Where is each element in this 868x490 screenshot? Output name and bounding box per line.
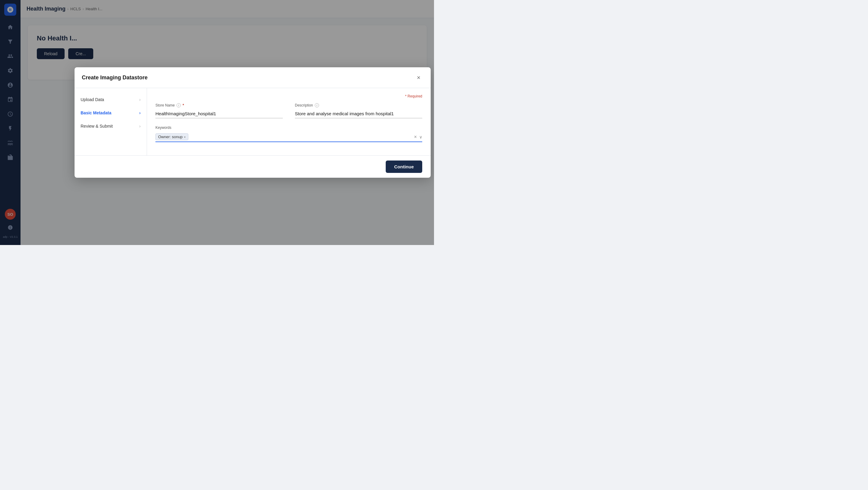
store-name-label: Store Name i * <box>155 103 283 107</box>
store-name-group: Store Name i * <box>155 103 283 118</box>
form-row-1: Store Name i * Description i <box>155 103 422 118</box>
step-basic-metadata[interactable]: Basic Metadata › <box>74 106 147 120</box>
store-name-input[interactable] <box>155 109 283 118</box>
modal-footer: Continue <box>74 155 431 178</box>
keyword-tag-text: Owner: sonup <box>158 135 183 139</box>
continue-button[interactable]: Continue <box>386 161 422 173</box>
keywords-input-wrapper[interactable]: Owner: sonup × × ∨ <box>155 132 422 142</box>
create-datastore-modal: Create Imaging Datastore × Upload Data ›… <box>74 67 431 178</box>
step-review-chevron: › <box>139 124 141 129</box>
required-note: * Required <box>155 94 422 98</box>
steps-panel: Upload Data › Basic Metadata › Review & … <box>74 88 147 155</box>
keywords-dropdown-icon[interactable]: ∨ <box>419 135 422 139</box>
description-group: Description i <box>295 103 422 118</box>
keywords-group: Keywords Owner: sonup × × ∨ <box>155 126 422 142</box>
modal-header: Create Imaging Datastore × <box>74 67 431 88</box>
step-basic-metadata-label: Basic Metadata <box>81 110 112 115</box>
description-input[interactable] <box>295 109 422 118</box>
keyword-tag: Owner: sonup × <box>155 133 188 140</box>
form-panel: * Required Store Name i * Description i <box>147 88 431 155</box>
modal-close-button[interactable]: × <box>414 73 424 83</box>
store-name-required-star: * <box>183 103 184 107</box>
keywords-label: Keywords <box>155 126 422 130</box>
store-name-info-icon[interactable]: i <box>177 103 181 107</box>
step-review-submit[interactable]: Review & Submit › <box>74 120 147 133</box>
description-label-text: Description <box>295 103 313 107</box>
keywords-clear-button[interactable]: × <box>414 134 417 140</box>
step-upload-data[interactable]: Upload Data › <box>74 93 147 106</box>
step-basic-metadata-chevron: › <box>139 110 141 115</box>
store-name-label-text: Store Name <box>155 103 175 107</box>
modal-title: Create Imaging Datastore <box>82 74 148 81</box>
modal-body: Upload Data › Basic Metadata › Review & … <box>74 88 431 155</box>
step-review-submit-label: Review & Submit <box>81 124 113 129</box>
step-upload-chevron: › <box>139 97 141 102</box>
description-label: Description i <box>295 103 422 107</box>
description-info-icon[interactable]: i <box>315 103 319 107</box>
step-upload-data-label: Upload Data <box>81 97 104 102</box>
keyword-tag-close[interactable]: × <box>184 135 186 139</box>
